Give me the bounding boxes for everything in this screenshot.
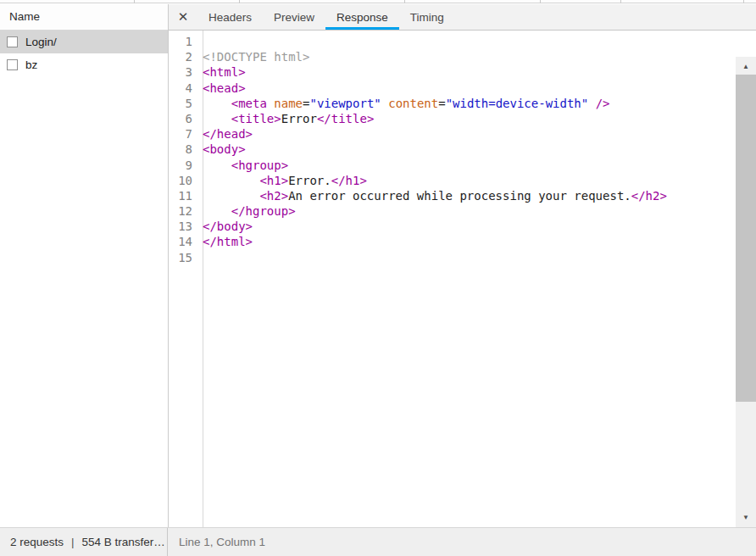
code-token: </h2> [631,189,667,203]
code-content: <!DOCTYPE html> [197,49,309,64]
requests-panel: Name Login/ bz [0,4,168,527]
code-content [197,250,203,265]
code-line: 11 <h2>An error occurred while processin… [169,188,736,203]
close-icon: ✕ [178,9,189,25]
code-line: 9 <hgroup> [169,158,736,173]
code-line: 8 <body> [169,142,736,157]
line-number: 12 [169,203,197,219]
code-line: 4 <head> [169,81,736,96]
line-number: 9 [169,158,197,173]
code-token: <html> [203,65,246,79]
code-token: </hgroup> [231,204,296,218]
cursor-position: Line 1, Column 1 [168,528,265,556]
code-token [203,204,231,218]
tab-preview[interactable]: Preview [263,4,325,30]
code-token: </head> [203,127,253,141]
code-token [203,112,231,125]
code-token: An error occurred while processing your … [288,189,631,203]
code-line: 6 <title>Error</title> [169,111,736,126]
line-number: 3 [169,64,197,80]
line-number: 5 [169,96,197,111]
tab-timing[interactable]: Timing [399,4,455,30]
request-name-label: bz [25,58,37,71]
line-number: 7 [169,126,197,142]
code-token: </h1> [331,174,367,187]
line-number: 10 [169,173,197,188]
response-code-viewer[interactable]: 1 2 <!DOCTYPE html> 3 <html> 4 <head> 5 … [169,31,756,527]
code-token: content [388,97,438,110]
column-divider [239,0,240,3]
line-number: 4 [169,81,197,96]
code-token: <!DOCTYPE html> [203,50,309,64]
requests-count: 2 requests [10,536,64,548]
scroll-up-arrow-icon[interactable]: ▲ [736,63,756,70]
code-content: <h2>An error occurred while processing y… [197,188,667,203]
close-detail-button[interactable]: ✕ [169,4,197,30]
code-content: <meta name="viewport" content="width=dev… [197,96,610,111]
code-token [203,97,231,110]
code-line: 7 </head> [169,126,736,142]
code-token: Error. [288,174,331,187]
detail-tab-bar: ✕ HeadersPreviewResponseTiming [169,4,756,31]
code-line: 2 <!DOCTYPE html> [169,49,736,64]
line-number: 6 [169,111,197,126]
request-checkbox[interactable] [7,36,18,47]
line-number: 1 [169,34,197,49]
code-token: <body> [203,142,246,156]
table-header-edge [0,0,756,3]
code-line: 1 [169,34,736,49]
code-token: </html> [203,235,253,248]
cursor-position-label: Line 1, Column 1 [179,536,265,548]
code-content: </body> [197,219,253,234]
code-line: 15 [169,250,736,265]
code-token: "viewport" [309,97,381,110]
code-content: <head> [197,81,246,96]
code-content: </head> [197,126,253,142]
line-number: 13 [169,219,197,234]
transfer-size: 554 B transfer… [82,536,165,548]
code-line: 3 <html> [169,64,736,80]
code-token: <h2> [259,189,288,203]
tab-headers[interactable]: Headers [197,4,263,30]
code-token [203,158,231,172]
request-checkbox[interactable] [7,59,18,70]
code-line: 14 </html> [169,234,736,249]
tab-response[interactable]: Response [325,4,399,30]
code-content: </hgroup> [197,203,296,219]
code-line: 12 </hgroup> [169,203,736,219]
code-token: <meta [231,97,267,110]
code-token: <head> [203,81,246,95]
code-content: <body> [197,142,246,157]
request-list: Login/ bz [0,31,168,76]
scrollbar-thumb[interactable] [736,75,756,402]
code-token [588,97,595,110]
code-token: "width=device-width" [446,97,589,110]
column-divider [404,0,405,3]
status-bar: 2 requests | 554 B transfer… Line 1, Col… [0,527,756,556]
request-row-login[interactable]: Login/ [0,31,168,53]
code-token: <title> [231,112,281,125]
code-token: <h1> [259,174,288,187]
request-row-bz[interactable]: bz [0,53,168,76]
code-content: <title>Error</title> [197,111,374,126]
code-content: <html> [197,64,246,80]
code-token: = [438,97,445,110]
column-divider [743,0,744,3]
line-number: 8 [169,142,197,157]
code-content [197,34,203,49]
summary-separator: | [71,536,75,548]
code-token [203,174,259,187]
request-detail-pane: ✕ HeadersPreviewResponseTiming 1 2 <!DOC… [169,4,756,527]
request-name-label: Login/ [25,36,57,48]
code-token: name [274,97,303,110]
code-content: <hgroup> [197,158,288,173]
name-column-header[interactable]: Name [0,4,168,31]
vertical-scrollbar[interactable]: ▲ ▼ [736,57,756,527]
network-summary: 2 requests | 554 B transfer… [0,528,168,556]
code-token: </title> [317,112,374,125]
code-line: 10 <h1>Error.</h1> [169,173,736,188]
code-line: 13 </body> [169,219,736,234]
scroll-down-arrow-icon[interactable]: ▼ [736,514,756,521]
line-number: 2 [169,49,197,64]
devtools-network-panel: Name Login/ bz ✕ HeadersPreviewResponseT… [0,0,756,556]
